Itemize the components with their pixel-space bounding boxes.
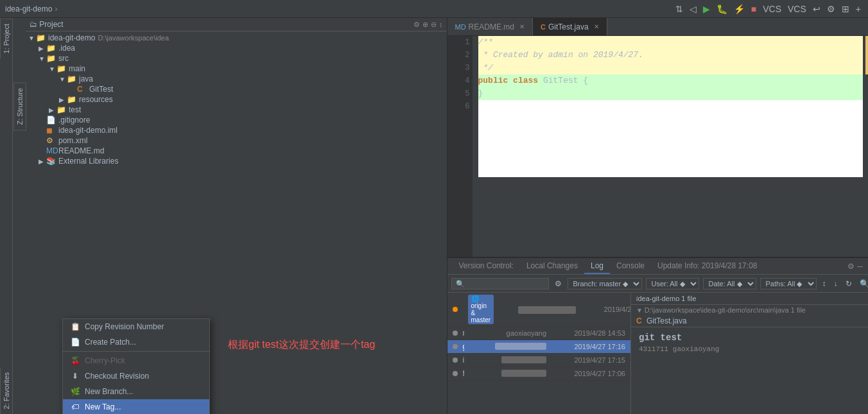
code-area[interactable]: /** * Created by admin on 2019/4/27. */ … xyxy=(473,36,869,257)
tree-pom-label: pom.xml xyxy=(58,136,87,145)
side-tab-favorites[interactable]: 2: Favorites xyxy=(0,367,12,414)
ctx-cherry-pick: 🍒 Cherry-Pick xyxy=(63,353,209,368)
tree-iml[interactable]: ▶ ◼ idea-git-demo.iml xyxy=(26,125,447,135)
tab-readme-close[interactable]: ✕ xyxy=(519,23,525,30)
tab-version-control[interactable]: Version Control: xyxy=(453,258,520,274)
tree-resources[interactable]: ▶ 📁 resources xyxy=(26,94,447,105)
log-entry-1[interactable]: Update README.md 🌐 origin & master 2019/… xyxy=(447,293,631,327)
toolbar-icon-1[interactable]: ⇅ xyxy=(673,3,685,15)
commit-detail: git test 4311711 gaoxiaoyang xyxy=(631,327,868,358)
tree-pom[interactable]: ▶ ⚙ pom.xml xyxy=(26,135,447,146)
tree-test[interactable]: ▶ 📁 test xyxy=(26,105,447,115)
tree-main[interactable]: ▼ 📁 main xyxy=(26,64,447,74)
toolbar-run[interactable]: ▶ xyxy=(701,3,712,15)
paths-select[interactable]: Paths: All ◆ xyxy=(760,278,817,289)
ctx-new-branch[interactable]: 🌿 New Branch... xyxy=(63,384,209,399)
tree-root-label: idea-git-demo xyxy=(48,33,95,42)
refresh-btn[interactable]: ↻ xyxy=(844,279,854,289)
tree-root[interactable]: ▼ 📁 idea-git-demo D:\javaworkspace\idea xyxy=(26,33,447,43)
ctx-new-tag[interactable]: 🏷 New Tag... xyxy=(63,399,209,414)
toolbar-icon-2[interactable]: ◁ xyxy=(688,3,699,15)
log-date-3: 2019/4/27 17:16 xyxy=(551,343,625,350)
tab-gittest[interactable]: C GitTest.java ✕ xyxy=(533,18,607,35)
sidebar-expand-btn[interactable]: ⊕ xyxy=(422,21,428,29)
toolbar-settings[interactable]: ⚙ xyxy=(825,3,837,15)
sidebar-collapse-btn[interactable]: ⊖ xyxy=(431,21,437,29)
ctx-copy-revision[interactable]: 📋 Copy Revision Number xyxy=(63,319,209,334)
log-author-5 xyxy=(469,370,546,378)
sidebar-project-label: 🗂 Project xyxy=(30,20,64,29)
tab-readme-label: README.md xyxy=(469,22,514,31)
sidebar-header-btn[interactable]: ⚙ xyxy=(413,21,420,29)
tree-gitignore[interactable]: ▶ 📄 .gitignore xyxy=(26,115,447,125)
ctx-tag-icon: 🏷 xyxy=(71,402,80,411)
log-entry-5[interactable]: first comm... 2019/4/27 17:06 xyxy=(447,367,631,381)
toolbar-vcs2[interactable]: VCS xyxy=(786,3,808,15)
tree-test-label: test xyxy=(69,105,81,114)
context-menu: 📋 Copy Revision Number 📄 Create Patch...… xyxy=(62,318,210,414)
tree-readme[interactable]: ▶ MD README.md xyxy=(26,146,447,156)
ctx-checkout[interactable]: ⬇ Checkout Revision xyxy=(63,368,209,384)
log-toolbar: ⚙ Branch: master ◆ User: All ◆ Date: All… xyxy=(447,275,869,293)
log-dot-2 xyxy=(453,331,458,336)
log-author-3 xyxy=(469,343,546,351)
tab-readme[interactable]: MD README.md ✕ xyxy=(447,18,533,35)
log-date-2: 2019/4/28 14:53 xyxy=(551,329,625,337)
log-entry-3[interactable]: git test 2019/4/27 17:16 xyxy=(447,340,631,354)
gutter-mark xyxy=(865,36,868,74)
log-msg-2: reset xyxy=(463,329,465,338)
tab-log[interactable]: Log xyxy=(584,258,610,274)
toolbar-plus[interactable]: + xyxy=(854,3,863,15)
toolbar-stop[interactable]: ■ xyxy=(749,3,758,15)
tree-idea-label: .idea xyxy=(58,44,75,53)
tab-console[interactable]: Console xyxy=(610,258,651,274)
tab-gittest-close[interactable]: ✕ xyxy=(594,23,599,30)
tree-src[interactable]: ▼ 📁 src xyxy=(26,53,447,64)
bottom-tabs-bar: Version Control: Local Changes Log Conso… xyxy=(447,258,869,275)
sidebar-sort-btn[interactable]: ↕ xyxy=(439,21,443,28)
side-tab-project[interactable]: 1: Project xyxy=(0,18,12,58)
code-line-3: */ xyxy=(478,62,864,74)
tab-local-changes[interactable]: Local Changes xyxy=(520,258,584,274)
line-numbers: 1 2 3 4 5 6 xyxy=(447,36,473,257)
tab-update-info[interactable]: Update Info: 2019/4/28 17:08 xyxy=(651,258,763,274)
toolbar-debug[interactable]: 🐛 xyxy=(715,3,729,15)
minimize-icon[interactable]: ─ xyxy=(857,262,863,271)
code-empty xyxy=(478,113,864,177)
branch-select[interactable]: Branch: master ◆ xyxy=(568,278,642,289)
side-tab-structure[interactable]: Z: Structure xyxy=(13,82,26,130)
log-entry-4[interactable]: init 2019/4/27 17:15 xyxy=(447,354,631,367)
tree-java[interactable]: ▼ 📁 java xyxy=(26,74,447,84)
expand-btn[interactable]: ↓ xyxy=(832,279,840,289)
toolbar-vcs1[interactable]: VCS xyxy=(761,3,783,15)
user-select[interactable]: User: All ◆ xyxy=(646,278,699,289)
toolbar-undo[interactable]: ↩ xyxy=(811,3,822,15)
search-btn[interactable]: 🔍 xyxy=(858,279,869,289)
code-line-1: /** xyxy=(478,36,864,49)
tab-lc-label: Local Changes xyxy=(526,261,578,270)
tree-gittest[interactable]: ▶ C GitTest xyxy=(26,84,447,94)
tree-resources-label: resources xyxy=(79,95,113,104)
ctx-create-patch[interactable]: 📄 Create Patch... xyxy=(63,334,209,350)
breadcrumb-arrow: › xyxy=(55,4,57,13)
code-text-4: public class GitTest { xyxy=(478,76,589,85)
tab-readme-icon: MD xyxy=(455,23,466,31)
tree-idea[interactable]: ▶ 📁 .idea xyxy=(26,43,447,53)
file-entry-gittest[interactable]: C GitTest.java xyxy=(631,315,868,327)
toolbar-profile[interactable]: ⚡ xyxy=(732,3,747,15)
log-entry-2[interactable]: reset gaoxiaoyang 2019/4/28 14:53 xyxy=(447,327,631,340)
tab-gittest-label: GitTest.java xyxy=(548,22,589,31)
tree-extlibs[interactable]: ▶ 📚 External Libraries xyxy=(26,156,447,166)
code-line-4: public class GitTest { xyxy=(478,74,864,87)
tree-java-label: java xyxy=(79,74,93,83)
log-search-input[interactable] xyxy=(451,278,549,289)
log-msg-5: first comm... xyxy=(463,369,465,378)
date-select[interactable]: Date: All ◆ xyxy=(703,278,756,289)
log-dot-1 xyxy=(453,307,458,312)
toolbar-grid[interactable]: ⊞ xyxy=(840,3,851,15)
sort-btn[interactable]: ↕ xyxy=(820,279,828,289)
top-bar-actions: ⇅ ◁ ▶ 🐛 ⚡ ■ VCS VCS ↩ ⚙ ⊞ + xyxy=(673,3,863,15)
ctx-tag-label: New Tag... xyxy=(85,402,121,411)
log-refresh-btn[interactable]: ⚙ xyxy=(553,279,564,289)
settings-icon[interactable]: ⚙ xyxy=(847,262,855,271)
